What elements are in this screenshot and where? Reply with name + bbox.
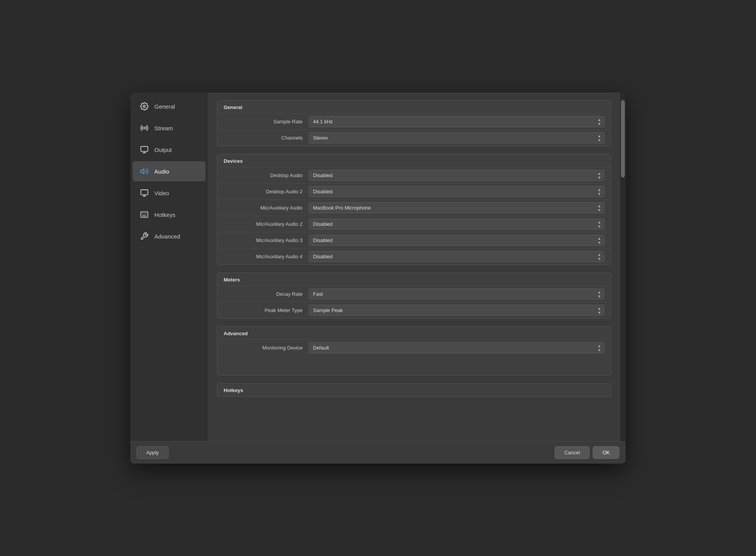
apply-button[interactable]: Apply [137, 446, 169, 459]
mic-aux-wrap: MacBook Pro Microphone Disabled ▲▼ [309, 202, 604, 213]
sidebar-label-audio: Audio [154, 168, 169, 175]
mic-aux3-wrap: Disabled ▲▼ [309, 235, 604, 246]
svg-rect-2 [141, 147, 148, 152]
stream-icon [139, 123, 150, 133]
decay-rate-wrap: Fast Medium Slow ▲▼ [309, 288, 604, 300]
sidebar-label-stream: Stream [154, 125, 173, 131]
mic-aux3-label: Mic/Auxiliary Audio 3 [224, 237, 309, 243]
output-icon [139, 144, 150, 155]
video-icon [139, 188, 150, 198]
sample-rate-wrap: 44.1 kHz 48 kHz 96 kHz ▲▼ [309, 116, 604, 127]
advanced-section-title: Advanced [217, 327, 611, 339]
desktop-audio2-row: Desktop Audio 2 Disabled ▲▼ [217, 183, 611, 200]
sidebar-item-output[interactable]: Output [133, 140, 205, 160]
peak-meter-label: Peak Meter Type [224, 307, 309, 313]
devices-section: Devices Desktop Audio Disabled ▲▼ Deskto… [217, 154, 611, 265]
decay-rate-select[interactable]: Fast Medium Slow [309, 288, 604, 300]
devices-section-title: Devices [217, 154, 611, 167]
desktop-audio-label: Desktop Audio [224, 172, 309, 178]
mic-aux4-wrap: Disabled ▲▼ [309, 251, 604, 262]
general-section: General Sample Rate 44.1 kHz 48 kHz 96 k… [217, 100, 611, 146]
mic-aux3-row: Mic/Auxiliary Audio 3 Disabled ▲▼ [217, 232, 611, 248]
monitoring-device-label: Monitoring Device [224, 345, 309, 351]
sidebar-item-stream[interactable]: Stream [133, 118, 205, 138]
desktop-audio-wrap: Disabled ▲▼ [309, 170, 604, 181]
hotkeys-section: Hotkeys [217, 383, 611, 397]
advanced-icon [139, 231, 150, 242]
peak-meter-select[interactable]: Sample Peak True Peak [309, 305, 604, 316]
sidebar-item-hotkeys[interactable]: Hotkeys [133, 205, 205, 225]
dialog-footer: Apply Cancel OK [130, 441, 626, 464]
peak-meter-wrap: Sample Peak True Peak ▲▼ [309, 305, 604, 316]
monitoring-device-select[interactable]: Default [309, 342, 604, 353]
hotkeys-section-title: Hotkeys [217, 384, 611, 396]
sidebar: General Stream [130, 92, 208, 441]
sidebar-label-output: Output [154, 147, 172, 153]
dialog-body: General Stream [130, 92, 626, 441]
mic-aux-select[interactable]: MacBook Pro Microphone Disabled [309, 202, 604, 213]
sample-rate-label: Sample Rate [224, 119, 309, 125]
gear-icon [139, 101, 150, 112]
channels-row: Channels Stereo Mono ▲▼ [217, 130, 611, 146]
mic-aux2-row: Mic/Auxiliary Audio 2 Disabled ▲▼ [217, 216, 611, 232]
sidebar-label-video: Video [154, 190, 169, 196]
sidebar-item-video[interactable]: Video [133, 183, 205, 203]
peak-meter-row: Peak Meter Type Sample Peak True Peak ▲▼ [217, 302, 611, 318]
advanced-section: Advanced Monitoring Device Default ▲▼ [217, 326, 611, 375]
sample-rate-row: Sample Rate 44.1 kHz 48 kHz 96 kHz ▲▼ [217, 113, 611, 130]
monitoring-device-wrap: Default ▲▼ [309, 342, 604, 353]
desktop-audio2-label: Desktop Audio 2 [224, 189, 309, 194]
monitoring-device-row: Monitoring Device Default ▲▼ [217, 339, 611, 356]
channels-select[interactable]: Stereo Mono [309, 132, 604, 143]
hotkeys-icon [139, 209, 150, 220]
cancel-button[interactable]: Cancel [555, 446, 590, 459]
mic-aux4-select[interactable]: Disabled [309, 251, 604, 262]
sidebar-item-general[interactable]: General [133, 96, 205, 116]
desktop-audio-select[interactable]: Disabled [309, 170, 604, 181]
main-content: General Sample Rate 44.1 kHz 48 kHz 96 k… [208, 92, 620, 441]
meters-section-title: Meters [217, 273, 611, 286]
sidebar-label-advanced: Advanced [154, 233, 180, 240]
svg-marker-5 [141, 169, 144, 174]
sidebar-item-advanced[interactable]: Advanced [133, 226, 205, 246]
ok-button[interactable]: OK [593, 446, 619, 459]
scrollbar-track[interactable] [620, 92, 626, 441]
mic-aux3-select[interactable]: Disabled [309, 235, 604, 246]
footer-right: Cancel OK [555, 446, 619, 459]
meters-section: Meters Decay Rate Fast Medium Slow ▲▼ Pe… [217, 273, 611, 319]
channels-wrap: Stereo Mono ▲▼ [309, 132, 604, 143]
desktop-audio2-select[interactable]: Disabled [309, 186, 604, 197]
decay-rate-label: Decay Rate [224, 291, 309, 297]
svg-point-0 [143, 105, 145, 107]
svg-point-1 [144, 127, 145, 129]
footer-left: Apply [137, 446, 169, 459]
desktop-audio-row: Desktop Audio Disabled ▲▼ [217, 167, 611, 183]
mic-aux-label: Mic/Auxiliary Audio [224, 205, 309, 211]
decay-rate-row: Decay Rate Fast Medium Slow ▲▼ [217, 286, 611, 302]
sidebar-label-general: General [154, 103, 175, 110]
channels-label: Channels [224, 135, 309, 141]
svg-rect-6 [141, 190, 148, 195]
mic-aux2-wrap: Disabled ▲▼ [309, 218, 604, 230]
mic-aux-row: Mic/Auxiliary Audio MacBook Pro Micropho… [217, 200, 611, 216]
sample-rate-select[interactable]: 44.1 kHz 48 kHz 96 kHz [309, 116, 604, 127]
sidebar-label-hotkeys: Hotkeys [154, 211, 175, 218]
general-section-title: General [217, 101, 611, 113]
mic-aux4-label: Mic/Auxiliary Audio 4 [224, 254, 309, 259]
audio-icon [139, 166, 150, 177]
settings-dialog: General Stream [130, 92, 626, 464]
desktop-audio2-wrap: Disabled ▲▼ [309, 186, 604, 197]
mic-aux2-select[interactable]: Disabled [309, 218, 604, 230]
mic-aux4-row: Mic/Auxiliary Audio 4 Disabled ▲▼ [217, 248, 611, 264]
sidebar-item-audio[interactable]: Audio [133, 161, 205, 181]
mic-aux2-label: Mic/Auxiliary Audio 2 [224, 221, 309, 227]
